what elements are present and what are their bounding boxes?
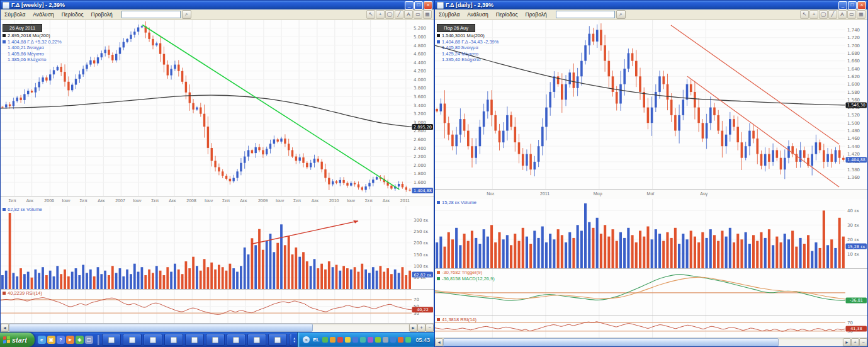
minimize-button[interactable]: _ bbox=[405, 1, 414, 9]
taskbar-scroll-arrows[interactable]: ▲▼ bbox=[291, 333, 297, 347]
maximize-button[interactable]: □ bbox=[848, 1, 857, 9]
tray-icon[interactable] bbox=[390, 337, 396, 343]
tray-icon[interactable] bbox=[375, 337, 381, 343]
close-button[interactable]: × bbox=[857, 1, 866, 9]
menu-item-Προβολή[interactable]: Προβολή bbox=[522, 11, 551, 18]
x-axis-label: Ιουν bbox=[347, 198, 355, 203]
rsi-chart-weekly[interactable]: 40,2239 RSI(14) 70503040,22 bbox=[1, 289, 434, 323]
chart-canvas[interactable]: 703041,38 bbox=[435, 316, 867, 338]
text-icon[interactable]: A bbox=[838, 10, 847, 19]
trendline-icon[interactable]: ╱ bbox=[828, 10, 837, 19]
x-axis-label: Δεκ bbox=[312, 198, 318, 203]
macd-chart-daily[interactable]: -30,7682 Trigger(9)-36,8158 MACD(12,26,9… bbox=[435, 268, 867, 316]
cursor-icon[interactable]: ↖ bbox=[366, 10, 375, 19]
tray-icon[interactable] bbox=[383, 337, 388, 343]
chart-canvas[interactable]: 1.7401.7201.7001.6801.6601.6401.6201.600… bbox=[435, 20, 867, 189]
system-tray: « EL 05:43 bbox=[297, 333, 434, 347]
svg-text:5.200: 5.200 bbox=[414, 26, 426, 31]
minimize-button[interactable]: _ bbox=[838, 1, 847, 9]
tray-icon[interactable] bbox=[368, 337, 373, 343]
zoom-out-button[interactable]: − bbox=[426, 324, 434, 332]
tray-icon[interactable] bbox=[322, 337, 328, 343]
search-icon[interactable]: ⌕ bbox=[616, 10, 626, 19]
close-button[interactable]: × bbox=[424, 1, 432, 9]
taskbar-window-button[interactable] bbox=[102, 334, 121, 346]
scroll-left-button[interactable]: ◄ bbox=[1, 324, 9, 332]
ellipse-icon[interactable]: ◯ bbox=[819, 10, 828, 19]
scrollbar-thumb[interactable] bbox=[443, 338, 779, 346]
menu-item-Περίοδος[interactable]: Περίοδος bbox=[58, 11, 87, 18]
taskbar-window-button[interactable] bbox=[227, 334, 245, 346]
chart-canvas[interactable]: 70503040,22 bbox=[1, 290, 434, 323]
zoom-in-button[interactable]: + bbox=[851, 338, 859, 346]
menu-item-Ανάλυση[interactable]: Ανάλυση bbox=[29, 11, 57, 18]
menu-item-Σύμβολα[interactable]: Σύμβολα bbox=[435, 11, 463, 18]
price-chart-daily[interactable]: Παρ 26 Αυγ 1.546,3001 Μα(200)1.404,88 Γ.… bbox=[435, 20, 867, 189]
taskbar-window-button[interactable] bbox=[123, 334, 142, 346]
crosshair-icon[interactable]: + bbox=[376, 10, 385, 19]
taskbar-clock[interactable]: 05:43 bbox=[413, 337, 430, 343]
titlebar-daily[interactable]: Γ.Δ [daily] - 2,39% _ □ × bbox=[435, 1, 867, 9]
tray-icon[interactable] bbox=[330, 337, 335, 343]
menu-item-Περίοδος[interactable]: Περίοδος bbox=[492, 11, 522, 18]
taskbar-window-button[interactable] bbox=[164, 334, 183, 346]
taskbar-window-button[interactable] bbox=[185, 334, 204, 346]
tray-icon[interactable] bbox=[337, 337, 343, 343]
save-icon[interactable]: ▦ bbox=[423, 10, 432, 19]
folder-icon[interactable]: ▣ bbox=[47, 336, 55, 344]
titlebar-weekly[interactable]: Γ.Δ [weekly] - 2,39% _ □ × bbox=[1, 1, 434, 9]
scroll-right-button[interactable]: ► bbox=[409, 324, 417, 332]
rectangle-icon[interactable]: ▭ bbox=[414, 10, 422, 19]
ellipse-icon[interactable]: ◯ bbox=[385, 10, 394, 19]
zoom-out-button[interactable]: − bbox=[859, 338, 867, 346]
zoom-in-button[interactable]: + bbox=[417, 324, 426, 332]
save-icon[interactable]: ▦ bbox=[857, 10, 865, 19]
tray-icon[interactable] bbox=[360, 337, 366, 343]
desktop-icon[interactable]: ▢ bbox=[85, 336, 93, 344]
language-indicator[interactable]: EL bbox=[312, 337, 320, 343]
trendline-icon[interactable]: ╱ bbox=[395, 10, 403, 19]
volume-chart-daily[interactable]: 15,28 εκ Volume 40 εκ30 εκ20 εκ10 εκ15,2… bbox=[435, 199, 867, 268]
search-icon[interactable]: ⌕ bbox=[182, 10, 191, 19]
cursor-icon[interactable]: ↖ bbox=[800, 10, 809, 19]
symbol-search-input[interactable] bbox=[556, 11, 615, 18]
rsi-chart-daily[interactable]: 41,3818 RSI(14) 703041,38 bbox=[435, 316, 867, 338]
chart-canvas[interactable]: -36,81 bbox=[435, 269, 867, 316]
volume-chart-weekly[interactable]: 62,82 εκ Volume 300 εκ250 εκ200 εκ150 εκ… bbox=[1, 206, 434, 289]
start-button[interactable]: start bbox=[0, 333, 35, 347]
crosshair-icon[interactable]: + bbox=[809, 10, 818, 19]
tray-icon[interactable] bbox=[398, 337, 403, 343]
maximize-button[interactable]: □ bbox=[414, 1, 423, 9]
scrollbar-track[interactable] bbox=[443, 338, 843, 346]
symbol-search-input[interactable] bbox=[121, 11, 181, 18]
scrollbar-thumb[interactable] bbox=[9, 324, 313, 332]
chart-canvas[interactable]: 300 εκ250 εκ200 εκ150 εκ100 εκ50 εκ62,82… bbox=[1, 206, 434, 289]
scrollbar-track[interactable] bbox=[9, 324, 409, 332]
x-axis-label: Ιουν bbox=[276, 198, 284, 203]
tray-icon[interactable] bbox=[405, 337, 411, 343]
taskbar-window-button[interactable] bbox=[144, 334, 162, 346]
tray-icon[interactable] bbox=[345, 337, 351, 343]
taskbar-window-button[interactable] bbox=[206, 334, 225, 346]
svg-text:3.200: 3.200 bbox=[414, 111, 426, 117]
window-mini-icon bbox=[129, 337, 135, 343]
help-icon[interactable]: ? bbox=[57, 336, 65, 344]
hidden-icons-chevron[interactable]: « bbox=[303, 336, 310, 343]
text-icon[interactable]: A bbox=[404, 10, 413, 19]
messenger-icon[interactable]: ◈ bbox=[76, 336, 84, 344]
scroll-left-button[interactable]: ◄ bbox=[435, 338, 443, 346]
taskbar-window-button[interactable] bbox=[268, 334, 287, 346]
price-chart-weekly[interactable]: 26 Αυγ 2011 2.895,2018 Μα(200)1.404,88 Γ… bbox=[1, 20, 434, 196]
x-axis-label: Ιουν bbox=[62, 198, 70, 203]
chart-canvas[interactable]: 40 εκ30 εκ20 εκ10 εκ15,28 εκ bbox=[435, 199, 867, 268]
menu-item-Προβολή[interactable]: Προβολή bbox=[87, 11, 116, 18]
chart-canvas[interactable]: 5.2005.0004.8004.6004.4004.2004.0003.800… bbox=[1, 20, 434, 196]
menu-item-Ανάλυση[interactable]: Ανάλυση bbox=[463, 11, 492, 18]
rectangle-icon[interactable]: ▭ bbox=[847, 10, 856, 19]
menu-item-Σύμβολα[interactable]: Σύμβολα bbox=[1, 11, 29, 18]
media-player-icon[interactable]: ► bbox=[66, 336, 74, 344]
scroll-right-button[interactable]: ► bbox=[843, 338, 851, 346]
tray-icon[interactable] bbox=[352, 337, 358, 343]
ie-icon[interactable]: e bbox=[38, 336, 46, 344]
taskbar-window-button[interactable] bbox=[247, 334, 266, 346]
